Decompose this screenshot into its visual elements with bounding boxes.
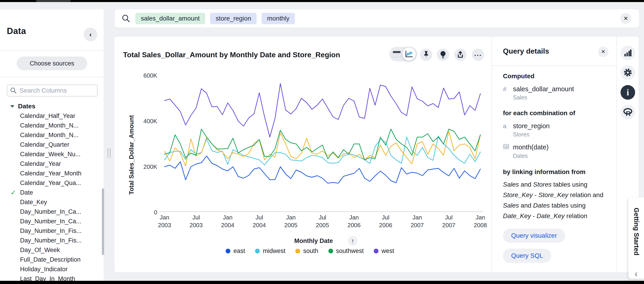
sidebar-item-calendar-half-year[interactable]: Calendar_Half_Year xyxy=(0,111,102,121)
chart-legend: eastmidwestsouthsouthwestwest xyxy=(128,247,492,254)
sidebar-item-calendar-quarter[interactable]: Calendar_Quarter xyxy=(0,140,102,149)
getting-started-tab[interactable]: Getting Started ‹ xyxy=(628,197,644,279)
sidebar-item-label: Day_Number_In_Ca... xyxy=(20,218,81,225)
sidebar-item-calendar-year[interactable]: Calendar_Year xyxy=(0,159,102,169)
sidebar-item-calendar-year-month[interactable]: Calendar_Year_Month xyxy=(0,169,102,178)
info-rail-button-active[interactable]: i xyxy=(620,85,635,100)
y-tick-label: 0 xyxy=(154,209,157,216)
legend-item-east[interactable]: east xyxy=(226,247,245,254)
letter-a-icon: a xyxy=(503,123,513,130)
legend-item-south[interactable]: south xyxy=(295,247,318,254)
search-token[interactable]: store_region xyxy=(210,13,256,24)
r-logo-icon: R xyxy=(622,106,634,118)
divider xyxy=(0,50,104,51)
legend-dot xyxy=(226,249,230,253)
y-tick-label: 200K xyxy=(143,163,157,170)
info-icon: i xyxy=(627,88,629,97)
svg-text:R: R xyxy=(626,110,631,117)
close-icon: ✕ xyxy=(601,49,605,55)
divider xyxy=(492,66,616,66)
sort-ascending-button[interactable]: ↑ xyxy=(348,236,358,246)
legend-label: midwest xyxy=(263,247,285,254)
sidebar-scrollbar-thumb[interactable] xyxy=(102,188,104,255)
sidebar-item-date-key[interactable]: Date_Key xyxy=(0,197,102,207)
sidebar-item-day-number-in-ca-[interactable]: Day_Number_In_Ca... xyxy=(0,207,102,216)
sidebar-item-calendar-month-n-[interactable]: Calendar_Month_N... xyxy=(0,121,102,130)
sidebar-item-day-of-week[interactable]: Day_Of_Week xyxy=(0,245,102,255)
settings-rail-button[interactable] xyxy=(620,65,635,80)
legend-item-west[interactable]: west xyxy=(374,247,394,254)
chart-view-icon xyxy=(405,50,414,58)
combination-heading: for each combination of xyxy=(503,110,611,117)
sidebar-item-label: Calendar_Month_N... xyxy=(20,122,78,129)
sidebar-item-full-date-description[interactable]: Full_Date_Description xyxy=(0,255,102,264)
y-axis-title: Total Sales_Dollar_Amount xyxy=(128,115,135,195)
pin-button[interactable] xyxy=(420,49,432,61)
series-line-midwest[interactable] xyxy=(164,136,480,165)
series-line-west[interactable] xyxy=(164,84,480,137)
lightbulb-icon xyxy=(440,51,446,59)
chart-view-button[interactable] xyxy=(402,48,416,61)
sidebar-item-day-number-in-fis-[interactable]: Day_Number_In_Fis... xyxy=(0,226,102,236)
x-tick-label: 2003 xyxy=(158,222,171,228)
global-search-bar[interactable]: sales_dollar_amountstore_regionmonthly ✕ xyxy=(115,9,639,27)
x-tick-label: Jan xyxy=(476,214,485,221)
browser-bottom-bar xyxy=(0,281,644,284)
collapse-panel-button[interactable]: ‹ xyxy=(84,28,97,41)
grouping-field[interactable]: month(date) xyxy=(503,143,611,151)
sidebar-item-label: Date_Key xyxy=(20,199,47,206)
sidebar-item-calendar-month-n-[interactable]: Calendar_Month_N... xyxy=(0,130,102,140)
caret-down-icon xyxy=(10,105,14,108)
sidebar-item-day-number-in-ca-[interactable]: Day_Number_In_Ca... xyxy=(0,216,102,226)
search-columns-input[interactable] xyxy=(20,87,92,94)
search-icon xyxy=(10,87,17,94)
calendar-icon xyxy=(503,143,513,151)
x-tick-label: Jan xyxy=(412,214,422,221)
sidebar-item-calendar-week-nu-[interactable]: Calendar_Week_Nu... xyxy=(0,149,102,159)
r-analytics-rail-button[interactable]: R xyxy=(620,105,635,120)
sidebar-item-label: Full_Date_Description xyxy=(20,256,81,263)
chevron-left-icon[interactable]: ‹ xyxy=(635,269,638,279)
table-view-icon[interactable] xyxy=(392,50,401,58)
choose-sources-button[interactable]: Choose sources xyxy=(17,57,87,70)
line-chart: 600K400K200K0Total Sales_Dollar_AmountJa… xyxy=(128,68,492,231)
column-group-dates[interactable]: Dates xyxy=(0,102,102,111)
x-axis-field-row: Monthly Date ↑ xyxy=(144,236,508,246)
search-token[interactable]: sales_dollar_amount xyxy=(135,13,205,24)
x-tick-label: 2005 xyxy=(284,222,298,228)
sidebar-item-holiday-indicator[interactable]: Holiday_Indicator xyxy=(0,264,102,274)
legend-dot xyxy=(255,249,260,253)
sidebar-item-last-day-in-month[interactable]: Last_Day_In_Month xyxy=(0,274,102,281)
search-columns-box[interactable] xyxy=(7,85,98,97)
data-panel-title: Data xyxy=(7,26,26,36)
sidebar-item-calendar-year-qua-[interactable]: Calendar_Year_Qua... xyxy=(0,178,102,188)
close-query-details-button[interactable]: ✕ xyxy=(598,47,608,57)
series-line-south[interactable] xyxy=(164,131,480,166)
sidebar-item-day-number-in-fis-[interactable]: Day_Number_In_Fis... xyxy=(0,236,102,245)
clear-search-button[interactable]: ✕ xyxy=(620,13,631,24)
query-visualizer-button[interactable]: Query visualizer xyxy=(503,228,565,243)
sidebar-item-date[interactable]: ✓Date xyxy=(0,188,102,197)
legend-item-midwest[interactable]: midwest xyxy=(255,247,285,254)
sidebar-item-label: Date xyxy=(20,189,33,196)
export-button[interactable] xyxy=(454,49,466,61)
grouping-field[interactable]: a store_region xyxy=(503,122,611,130)
export-icon xyxy=(456,51,464,59)
sidebar-item-label: Day_Number_In_Fis... xyxy=(20,227,82,234)
x-tick-label: Jul xyxy=(382,214,390,221)
field-source: Stores xyxy=(513,131,611,138)
x-tick-label: Jan xyxy=(223,214,232,221)
search-token[interactable]: monthly xyxy=(262,13,295,24)
x-tick-label: Jan xyxy=(286,214,296,221)
query-sql-button[interactable]: Query SQL xyxy=(503,249,551,263)
sidebar-item-label: Calendar_Month_N... xyxy=(20,132,78,139)
insights-button[interactable] xyxy=(437,49,449,61)
computed-field[interactable]: # sales_dollar_amount xyxy=(503,85,611,93)
divider xyxy=(492,37,492,272)
more-options-button[interactable]: ... xyxy=(472,49,484,61)
legend-label: west xyxy=(382,247,394,254)
legend-item-southwest[interactable]: southwest xyxy=(328,247,364,254)
visualization-rail-button[interactable] xyxy=(620,46,635,60)
panel-resize-handle[interactable] xyxy=(108,148,112,158)
computed-heading: Computed xyxy=(503,73,611,80)
